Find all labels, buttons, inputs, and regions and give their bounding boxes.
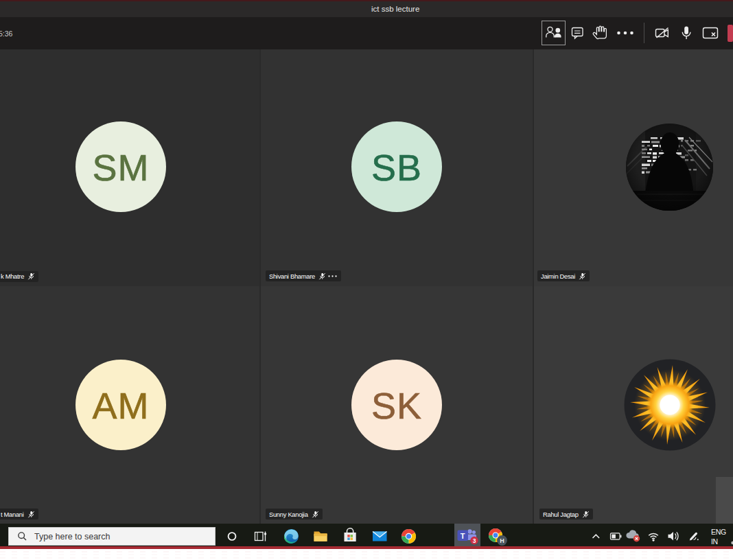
svg-text:T: T bbox=[461, 532, 465, 540]
svg-text:H: H bbox=[500, 537, 504, 544]
svg-text:3: 3 bbox=[473, 537, 476, 544]
